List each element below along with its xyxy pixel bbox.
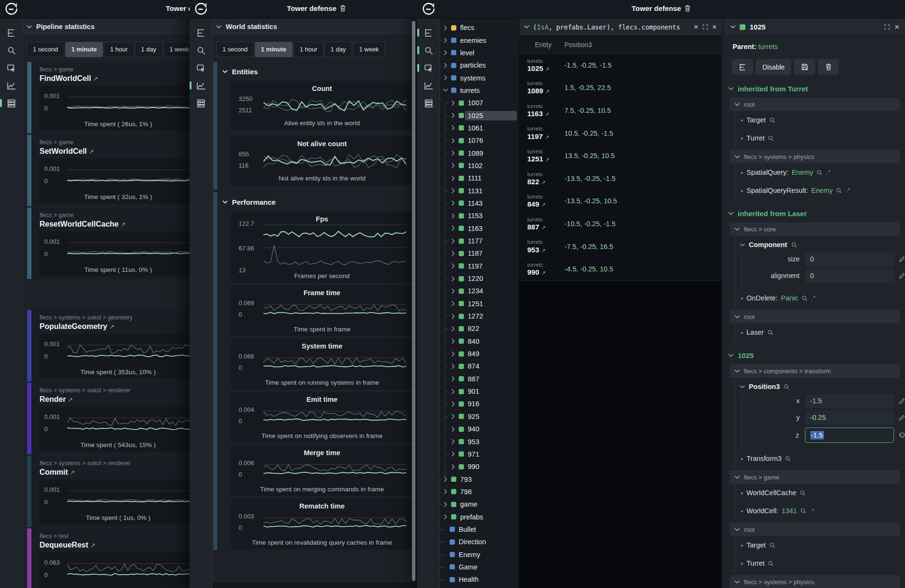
sidebar-stats-button[interactable]: [417, 94, 440, 112]
tree-item-1163[interactable]: 1163: [438, 222, 519, 235]
clear-query-icon[interactable]: ×: [694, 23, 698, 31]
tab-1-second[interactable]: 1 second: [216, 42, 254, 57]
query-result-row-1163[interactable]: turrets 1163 ↗ 7.5, -0.25, 10.5: [519, 99, 722, 122]
tree-item-turrets[interactable]: turrets: [438, 84, 519, 97]
entity-section-header[interactable]: 1025: [728, 349, 905, 361]
chevron-down-icon[interactable]: [524, 25, 529, 29]
query-result-row-1089[interactable]: turrets 1089 ↗ 1.5, -0.25, 22.5: [519, 77, 722, 100]
tree-item-971[interactable]: 971: [438, 448, 519, 460]
metric-name-link[interactable]: ResetWorldCellCache↗: [40, 220, 126, 229]
component-item-WorldCell[interactable]: •WorldCell:1341.*: [735, 502, 905, 520]
tree-item-1131[interactable]: 1131: [438, 184, 519, 197]
component-item-Laser[interactable]: •Laser: [735, 323, 905, 341]
inherited-section-header[interactable]: inherited from Laser: [728, 207, 905, 219]
sidebar-chart-button[interactable]: [0, 77, 22, 94]
chevron-right-icon[interactable]: [442, 51, 448, 54]
component-value-link[interactable]: 1341: [782, 507, 797, 515]
tab-1-day[interactable]: 1 day: [324, 42, 352, 57]
close-icon[interactable]: ×: [895, 23, 899, 31]
entity-cell[interactable]: turrets 1251 ↗: [527, 149, 564, 163]
chevron-right-icon[interactable]: [450, 201, 456, 205]
tree-item-822[interactable]: 822: [438, 322, 519, 335]
component-value-link[interactable]: Enemy: [811, 187, 833, 194]
sidebar-stats-button[interactable]: [0, 94, 22, 112]
search-icon[interactable]: [769, 117, 775, 123]
component-path-group[interactable]: flecs > systems > physics: [730, 150, 900, 163]
component-header[interactable]: Position3: [735, 379, 905, 394]
query-result-row-1025[interactable]: turrets 1025 ↗ -1.5, -0.25, -1.5: [519, 54, 722, 77]
chevron-right-icon[interactable]: [450, 139, 456, 142]
entity-cell[interactable]: turrets 822 ↗: [527, 171, 564, 186]
search-icon[interactable]: [836, 188, 842, 194]
tree-view-button[interactable]: [732, 59, 753, 75]
search-icon[interactable]: [800, 490, 806, 496]
query-result-row-1197[interactable]: turrets 1197 ↗ 10.5, -0.25, -1.5: [519, 122, 722, 145]
tab-1-minute[interactable]: 1 minute: [255, 42, 292, 57]
query-result-row-887[interactable]: turrets 887 ↗ -10.5, -0.25, -1.5: [519, 212, 722, 235]
component-item-Target[interactable]: •Target: [735, 536, 905, 554]
query-result-row-849[interactable]: turrets 849 ↗ -13.5, -0.25, 10.5: [519, 190, 722, 213]
entity-cell[interactable]: turrets 1025 ↗: [527, 58, 564, 72]
chevron-right-icon[interactable]: [450, 452, 456, 456]
chevron-right-icon[interactable]: [450, 289, 456, 293]
component-header[interactable]: Component: [735, 238, 905, 252]
chevron-right-icon[interactable]: [442, 478, 448, 481]
tree-item-1187[interactable]: 1187: [438, 247, 519, 259]
edit-icon[interactable]: [899, 398, 905, 404]
chevron-right-icon[interactable]: [450, 465, 456, 468]
component-path-group[interactable]: root: [730, 98, 900, 111]
tree-item-1177[interactable]: 1177: [438, 235, 519, 247]
tree-item-1007[interactable]: 1007: [438, 97, 519, 109]
metric-name-link[interactable]: DequeueRest↗: [40, 541, 95, 549]
query-result-row-1251[interactable]: turrets 1251 ↗ 13.5, -0.25, 10.5: [519, 144, 722, 167]
tab-1-minute[interactable]: 1 minute: [65, 42, 103, 57]
chevron-right-icon[interactable]: [450, 390, 456, 393]
tab-1-hour[interactable]: 1 hour: [293, 42, 323, 57]
entity-id-link[interactable]: 953 ↗: [527, 246, 564, 254]
tree-item-Direction[interactable]: Direction: [438, 536, 519, 548]
sidebar-select-button[interactable]: [417, 59, 440, 77]
inherited-section-header[interactable]: inherited from Turret: [728, 82, 905, 95]
parent-link[interactable]: turrets: [758, 43, 778, 50]
tree-item-849[interactable]: 849: [438, 348, 519, 360]
search-icon[interactable]: [768, 560, 774, 567]
component-item-SpatialQuery[interactable]: •SpatialQuery:Enemy.*: [735, 163, 905, 181]
tree-item-enemies[interactable]: enemies: [438, 34, 519, 46]
tree-item-particles[interactable]: particles: [438, 59, 519, 71]
chevron-right-icon[interactable]: [442, 39, 448, 42]
component-path-group[interactable]: flecs > game: [730, 470, 900, 484]
tree-item-840[interactable]: 840: [438, 335, 519, 348]
sidebar-chart-button[interactable]: [190, 77, 212, 94]
close-icon[interactable]: ×: [712, 23, 717, 31]
component-path-group[interactable]: root: [730, 523, 900, 536]
chevron-right-icon[interactable]: [450, 402, 456, 406]
metric-name-link[interactable]: SetWorldCell↗: [40, 147, 94, 156]
component-value-link[interactable]: Panic: [781, 294, 798, 302]
chevron-right-icon[interactable]: [450, 315, 456, 318]
chevron-right-icon[interactable]: [450, 101, 456, 105]
chevron-right-icon[interactable]: [442, 64, 448, 67]
chevron-right-icon[interactable]: [450, 365, 456, 368]
scrollbar[interactable]: [412, 21, 415, 581]
chevron-right-icon[interactable]: [450, 302, 456, 305]
edit-icon[interactable]: [899, 415, 905, 421]
tree-item-Enemy[interactable]: Enemy: [438, 548, 519, 560]
tree-item-1111[interactable]: 1111: [438, 172, 519, 184]
tree-item-1272[interactable]: 1272: [438, 310, 519, 322]
titlebar[interactable]: Tower defense: [417, 0, 905, 19]
query-result-row-953[interactable]: turrets 953 ↗ -7.5, -0.25, 16.5: [519, 235, 722, 258]
chevron-right-icon[interactable]: [450, 177, 456, 180]
tree-item-Bullet[interactable]: Bullet: [438, 523, 519, 536]
tree-item-916[interactable]: 916: [438, 398, 519, 410]
titlebar[interactable]: Tower defense: [190, 0, 417, 19]
entity-id-link[interactable]: 1251 ↗: [527, 155, 564, 163]
save-button[interactable]: [794, 59, 815, 75]
tree-item-901[interactable]: 901: [438, 385, 519, 398]
component-path-group[interactable]: flecs > core: [730, 222, 900, 236]
tab-1-day[interactable]: 1 day: [135, 42, 162, 57]
search-icon[interactable]: [785, 456, 791, 462]
field-input-y[interactable]: -0.25: [805, 411, 895, 425]
disable-button[interactable]: Disable: [756, 59, 791, 75]
entity-cell[interactable]: turrets 953 ↗: [527, 239, 564, 253]
chevron-right-icon[interactable]: [450, 114, 456, 117]
